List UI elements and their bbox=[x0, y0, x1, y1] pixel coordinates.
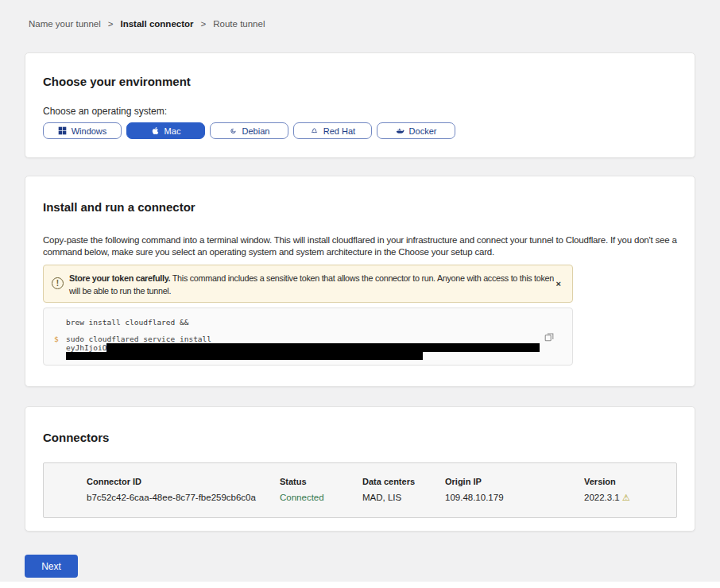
breadcrumb-name-your-tunnel[interactable]: Name your tunnel bbox=[29, 19, 101, 29]
install-connector-card: Install and run a connector Copy-paste t… bbox=[25, 176, 695, 387]
redacted-token-bar bbox=[66, 352, 423, 360]
os-button-redhat[interactable]: Red Hat bbox=[293, 122, 372, 139]
os-button-docker[interactable]: Docker bbox=[377, 122, 455, 139]
shell-prompt: $ bbox=[54, 335, 59, 343]
breadcrumb-install-connector[interactable]: Install connector bbox=[121, 19, 194, 29]
breadcrumb-separator: > bbox=[201, 19, 207, 29]
os-select-label: Choose an operating system: bbox=[43, 106, 677, 117]
connector-id-value: b7c52c42-6caa-48ee-8c77-fbe259cb6c0a bbox=[87, 493, 280, 503]
alert-circle-icon: ! bbox=[52, 277, 64, 289]
column-header-status: Status bbox=[280, 477, 362, 486]
os-button-debian[interactable]: Debian bbox=[210, 122, 288, 139]
os-button-windows[interactable]: Windows bbox=[43, 122, 122, 139]
choose-environment-card: Choose your environment Choose an operat… bbox=[25, 52, 695, 158]
column-header-origin-ip: Origin IP bbox=[445, 477, 584, 486]
bottom-strip bbox=[0, 582, 720, 588]
docker-icon bbox=[396, 126, 405, 135]
install-description: Copy-paste the following command into a … bbox=[43, 234, 677, 258]
command-line-1: brew install cloudflared && bbox=[66, 318, 556, 327]
command-line-2: sudo cloudflared service install bbox=[66, 335, 556, 343]
warning-text: Store your token carefully. This command… bbox=[69, 272, 563, 296]
version-warning-icon: ⚠ bbox=[622, 493, 630, 502]
debian-icon bbox=[229, 126, 238, 135]
connectors-table: Connector ID Status Data centers Origin … bbox=[43, 462, 677, 518]
breadcrumb: Name your tunnel > Install connector > R… bbox=[0, 0, 720, 29]
environment-card-title: Choose your environment bbox=[43, 75, 677, 88]
redacted-token-bar bbox=[106, 343, 540, 352]
apple-icon bbox=[151, 126, 160, 135]
connectors-card: Connectors Connector ID Status Data cent… bbox=[25, 406, 695, 532]
redhat-icon bbox=[310, 126, 319, 135]
breadcrumb-route-tunnel[interactable]: Route tunnel bbox=[213, 19, 265, 29]
column-header-data-centers: Data centers bbox=[362, 477, 445, 486]
connector-status-value: Connected bbox=[280, 493, 362, 503]
close-icon[interactable]: × bbox=[556, 279, 561, 288]
connector-data-centers-value: MAD, LIS bbox=[362, 493, 445, 503]
breadcrumb-separator: > bbox=[108, 19, 114, 29]
install-command-block: $ brew install cloudflared && sudo cloud… bbox=[43, 308, 573, 366]
next-button[interactable]: Next bbox=[25, 555, 78, 578]
os-button-mac[interactable]: Mac bbox=[126, 122, 205, 139]
connector-origin-ip-value: 109.48.10.179 bbox=[445, 493, 584, 503]
connector-version-value: 2022.3.1 ⚠ bbox=[584, 493, 676, 503]
windows-icon bbox=[58, 126, 67, 135]
column-header-connector-id: Connector ID bbox=[87, 477, 280, 486]
connectors-card-title: Connectors bbox=[43, 431, 677, 444]
column-header-version: Version bbox=[584, 477, 676, 486]
token-warning-banner: ! Store your token carefully. This comma… bbox=[43, 265, 573, 303]
os-button-group: Windows Mac Debian Red Hat Docker bbox=[43, 122, 677, 139]
install-card-title: Install and run a connector bbox=[43, 201, 677, 214]
copy-icon[interactable] bbox=[544, 331, 555, 342]
command-token-line: eyJhIjoiO bbox=[66, 343, 556, 352]
